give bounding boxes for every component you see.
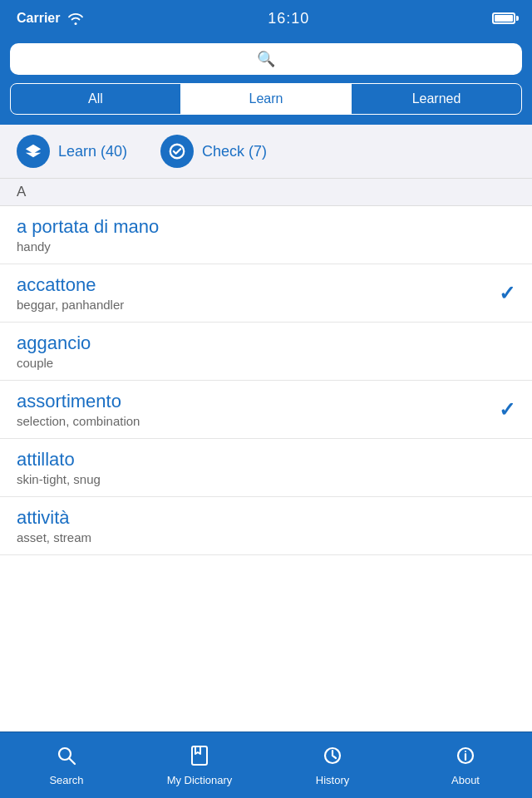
- checkmark-icon: ✓: [499, 282, 515, 305]
- search-bar[interactable]: 🔍: [10, 43, 522, 75]
- list-item[interactable]: attività asset, stream: [0, 497, 532, 555]
- learn-icon: [17, 135, 50, 168]
- status-carrier: Carrier: [17, 9, 85, 27]
- check-icon: [160, 135, 194, 168]
- word-content: assortimento selection, combination: [17, 391, 499, 428]
- word-content: aggancio couple: [17, 332, 515, 370]
- tab-history-label: History: [316, 774, 349, 786]
- word-content: attività asset, stream: [17, 507, 515, 544]
- word-definition: beggar, panhandler: [17, 298, 499, 312]
- stats-row: Learn (40) Check (7): [0, 125, 532, 178]
- word-definition: couple: [17, 356, 515, 370]
- status-bar: Carrier 16:10: [0, 0, 532, 37]
- check-circle-icon: [168, 142, 186, 160]
- status-time: 16:10: [268, 10, 309, 27]
- word-definition: selection, combination: [17, 414, 499, 428]
- tab-learned[interactable]: Learned: [352, 84, 521, 114]
- word-content: accattone beggar, panhandler: [17, 274, 499, 312]
- clock-tab-icon: [321, 744, 344, 771]
- word-content: a portata di mano handy: [17, 216, 515, 254]
- list-item[interactable]: attillato skin-tight, snug: [0, 439, 532, 497]
- book-tab-icon: [188, 744, 211, 771]
- tab-my-dictionary[interactable]: My Dictionary: [133, 732, 266, 798]
- section-header-a: A: [0, 178, 532, 206]
- list-item[interactable]: accattone beggar, panhandler ✓: [0, 264, 532, 323]
- check-label: Check (7): [202, 143, 267, 160]
- word-definition: skin-tight, snug: [17, 472, 515, 486]
- wifi-icon: [66, 9, 85, 27]
- word-main: attillato: [17, 449, 515, 470]
- battery-icon: [492, 12, 515, 24]
- learn-label: Learn (40): [58, 143, 127, 160]
- tab-history[interactable]: History: [266, 732, 399, 798]
- tab-my-dictionary-label: My Dictionary: [167, 774, 233, 786]
- word-definition: asset, stream: [17, 530, 515, 544]
- word-definition: handy: [17, 239, 515, 254]
- list-item[interactable]: assortimento selection, combination ✓: [0, 381, 532, 439]
- tab-search-label: Search: [49, 774, 83, 786]
- word-list: a portata di mano handy accattone beggar…: [0, 206, 532, 732]
- list-item[interactable]: aggancio couple: [0, 323, 532, 381]
- svg-point-7: [465, 751, 466, 752]
- tab-bar: Search My Dictionary History About: [0, 732, 532, 798]
- word-main: attività: [17, 507, 515, 529]
- info-tab-icon: [454, 744, 477, 771]
- search-tab-icon: [55, 744, 78, 771]
- learn-stat[interactable]: Learn (40): [17, 135, 127, 168]
- word-main: assortimento: [17, 391, 499, 412]
- battery-indicator: [492, 12, 515, 24]
- tab-learn[interactable]: Learn: [181, 84, 352, 114]
- word-main: a portata di mano: [17, 216, 515, 238]
- search-bar-container: 🔍: [0, 37, 532, 83]
- tab-all[interactable]: All: [11, 84, 181, 114]
- word-main: aggancio: [17, 332, 515, 354]
- word-main: accattone: [17, 274, 499, 296]
- check-stat[interactable]: Check (7): [160, 135, 267, 168]
- list-item[interactable]: a portata di mano handy: [0, 206, 532, 264]
- search-icon: 🔍: [257, 50, 275, 68]
- graduation-cap-icon: [24, 142, 42, 160]
- svg-line-2: [69, 758, 75, 764]
- segmented-control: All Learn Learned: [0, 83, 532, 125]
- tab-about[interactable]: About: [399, 732, 532, 798]
- word-content: attillato skin-tight, snug: [17, 449, 515, 486]
- tab-search[interactable]: Search: [0, 732, 133, 798]
- checkmark-icon: ✓: [499, 398, 515, 421]
- tab-about-label: About: [451, 774, 480, 786]
